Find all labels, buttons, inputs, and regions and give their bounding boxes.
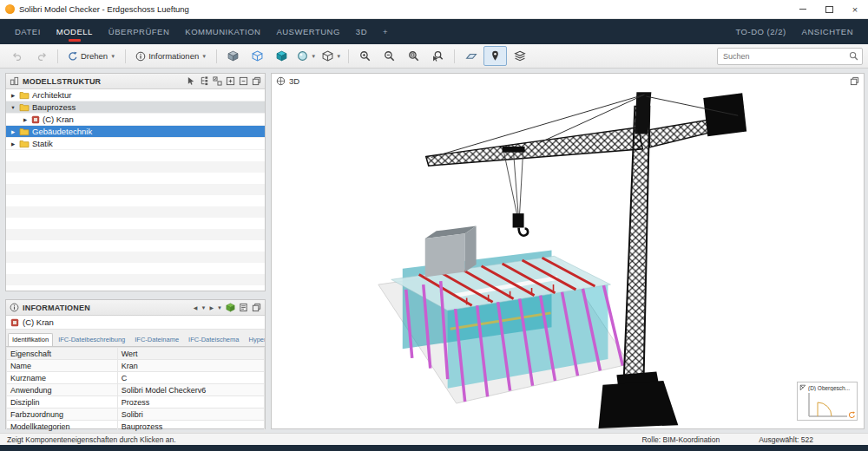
zoom-selection-icon [432, 50, 444, 62]
minimize-button[interactable] [790, 0, 816, 18]
app-window: Solibri Model Checker - Erdgeschoss Luef… [0, 0, 868, 451]
expand-all-icon[interactable] [226, 76, 235, 86]
floorplan-overlay[interactable]: (D) Obergesch... [797, 382, 858, 421]
rotate-dropdown-button[interactable]: Drehen ▼ [62, 46, 121, 66]
floorplan-label: (D) Obergesch... [808, 385, 850, 391]
tree-item-gebaeudetechnik[interactable]: ▶ Gebäudetechnik [6, 126, 265, 138]
table-row[interactable]: Disziplin Prozess [7, 396, 265, 409]
informationen-header: INFORMATIONEN ◀ ▼ ▶ ▼ [6, 300, 265, 316]
3d-scene[interactable] [272, 74, 864, 428]
value-cell: Kran [117, 360, 264, 372]
collapse-all-icon[interactable] [239, 76, 248, 86]
selected-count: Ausgewählt: 522 [759, 435, 813, 444]
zoom-extents-button[interactable] [402, 46, 425, 66]
panel-title: INFORMATIONEN [23, 304, 90, 312]
tree-item-kran[interactable]: ▶ (C) Kran [6, 114, 265, 126]
info-icon [10, 303, 19, 312]
menu-datei[interactable]: DATEI [7, 19, 49, 44]
tab-identifikation[interactable]: Identifikation [8, 333, 53, 346]
collapse-icon[interactable]: ▼ [10, 105, 16, 110]
refresh-icon[interactable] [848, 411, 856, 419]
model-tree: ▶ Architektur ▼ Bauprozess ▶ (C) Kran [6, 89, 265, 291]
clip-plane-button[interactable] [459, 46, 483, 66]
layers-button[interactable] [508, 46, 531, 66]
table-row[interactable]: Kurzname C [7, 372, 265, 384]
style-dropdown-button[interactable]: ▼ [294, 46, 319, 66]
wireframe-cube-icon [252, 50, 263, 62]
value-cell: Solibri Model Checkerv6 [117, 384, 264, 396]
next-button[interactable]: ▶ [209, 304, 214, 310]
float-panel-icon[interactable] [252, 303, 261, 312]
panel-header-icons [187, 76, 261, 86]
selection-mode-icon[interactable] [187, 76, 196, 86]
menu-todo[interactable]: TO-DO (2/2) [727, 19, 793, 44]
viewport-3d[interactable]: 3D [271, 73, 865, 429]
menu-modell[interactable]: MODELL [49, 19, 101, 44]
redo-button[interactable] [30, 46, 53, 66]
crane-hook [519, 227, 529, 235]
selected-component-row[interactable]: (C) Kran [6, 316, 265, 330]
chevron-down-icon: ▼ [336, 54, 341, 59]
table-row[interactable]: Modellkategorien Bauprozess [7, 421, 265, 433]
window-title: Solibri Model Checker - Erdgeschoss Luef… [19, 4, 189, 14]
value-cell: Bauprozess [117, 421, 264, 433]
layers-icon [514, 50, 526, 62]
search-input[interactable] [721, 51, 849, 62]
toolbar-separator [57, 49, 58, 63]
informationen-dropdown-button[interactable]: Informationen ▼ [130, 46, 212, 66]
solid-cube-button[interactable] [270, 46, 293, 66]
tab-ifc-dateiname[interactable]: IFC-Dateiname [130, 333, 183, 346]
crane-base [598, 381, 678, 428]
menu-auswertung[interactable]: AUSWERTUNG [268, 19, 347, 44]
table-row[interactable]: Name Kran [7, 360, 265, 372]
close-button[interactable]: × [842, 0, 868, 18]
component-icon [10, 318, 19, 327]
menu-ueberpruefen[interactable]: ÜBERPRÜFEN [101, 19, 177, 44]
expand-icon[interactable]: ▶ [10, 129, 16, 134]
checkbox-view-icon[interactable] [213, 76, 222, 86]
tree-item-statik[interactable]: ▶ Statik [6, 138, 265, 150]
tree-item-architektur[interactable]: ▶ Architektur [6, 89, 265, 101]
chevron-down-icon[interactable]: ▼ [201, 305, 206, 310]
zoom-extents-icon [408, 50, 419, 62]
role-label: Rolle: BIM-Koordination [641, 435, 720, 444]
zoom-in-button[interactable] [353, 46, 377, 66]
chevron-down-icon: ▼ [110, 54, 115, 59]
cube-dropdown-button[interactable]: ▼ [319, 46, 344, 66]
tree-view-icon[interactable] [200, 76, 209, 86]
maximize-button[interactable] [816, 0, 842, 18]
tree-item-bauprozess[interactable]: ▼ Bauprozess [6, 101, 265, 114]
expand-icon[interactable]: ▶ [22, 117, 29, 122]
undo-button[interactable] [5, 46, 29, 66]
transparency-cube-button[interactable] [221, 46, 245, 66]
float-panel-icon[interactable] [850, 76, 859, 86]
zoom-selection-button[interactable] [426, 46, 450, 66]
menu-add-tab[interactable]: + [375, 19, 396, 44]
xray-cube-button[interactable] [246, 46, 269, 66]
folder-icon [19, 140, 30, 148]
building-model[interactable] [378, 226, 630, 403]
expand-icon[interactable]: ▶ [10, 141, 16, 147]
property-cell: Name [7, 360, 118, 372]
table-row[interactable]: Anwendung Solibri Model Checkerv6 [7, 384, 265, 396]
marker-pin-button[interactable] [483, 46, 507, 66]
tab-hyperlinks[interactable]: Hyperlinks [244, 333, 265, 346]
previous-button[interactable]: ◀ [194, 304, 198, 310]
tab-ifc-dateischema[interactable]: IFC-Dateischema [184, 333, 243, 346]
folder-icon [19, 127, 30, 136]
expand-icon[interactable]: ▶ [10, 93, 16, 98]
menu-kommunikation[interactable]: KOMMUNIKATION [177, 19, 268, 44]
menu-3d[interactable]: 3D [348, 19, 375, 44]
tab-ifc-dateibeschreibung[interactable]: IFC-Dateibeschreibung [54, 333, 129, 346]
gray-cube-icon [227, 50, 239, 62]
report-icon[interactable] [239, 303, 248, 312]
menu-ansichten[interactable]: ANSICHTEN [794, 19, 861, 44]
model-structure-panel: MODELLSTRUKTUR ▶ Architektur [5, 73, 266, 291]
chevron-down-icon[interactable]: ▼ [217, 305, 222, 310]
table-row[interactable]: Farbzuordnung Solibri [7, 409, 265, 421]
float-panel-icon[interactable] [252, 76, 261, 86]
green-cube-icon[interactable] [226, 303, 235, 312]
properties-table: Eigenschaft Wert Name Kran Kurzname C An… [6, 347, 265, 433]
zoom-out-button[interactable] [378, 46, 401, 66]
model-structure-icon [10, 76, 19, 86]
